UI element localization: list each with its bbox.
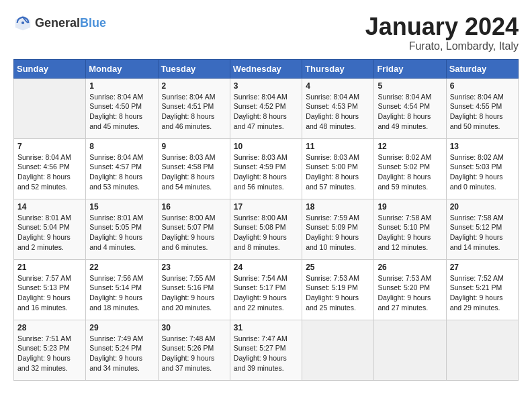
- day-number: 16: [162, 202, 226, 212]
- day-info: Sunrise: 8:04 AMSunset: 4:51 PMDaylight:…: [162, 92, 226, 132]
- day-info: Sunrise: 8:00 AMSunset: 5:07 PMDaylight:…: [162, 213, 226, 253]
- day-info: Sunrise: 8:04 AMSunset: 4:50 PMDaylight:…: [89, 92, 154, 132]
- logo: GeneralBlue: [13, 13, 106, 32]
- weekday-header-monday: Monday: [86, 59, 158, 78]
- day-number: 10: [234, 142, 298, 151]
- day-number: 1: [89, 81, 154, 91]
- calendar-cell: 22Sunrise: 7:56 AMSunset: 5:14 PMDayligh…: [86, 259, 158, 320]
- day-number: 12: [378, 142, 442, 151]
- day-info: Sunrise: 7:54 AMSunset: 5:17 PMDaylight:…: [234, 273, 298, 313]
- calendar-cell: 25Sunrise: 7:53 AMSunset: 5:19 PMDayligh…: [302, 259, 374, 320]
- day-number: 7: [17, 142, 82, 151]
- day-info: Sunrise: 8:01 AMSunset: 5:04 PMDaylight:…: [17, 213, 82, 253]
- weekday-header-row: SundayMondayTuesdayWednesdayThursdayFrid…: [14, 59, 519, 78]
- calendar-cell: 6Sunrise: 8:04 AMSunset: 4:55 PMDaylight…: [446, 78, 518, 138]
- calendar-cell: 16Sunrise: 8:00 AMSunset: 5:07 PMDayligh…: [158, 199, 230, 259]
- calendar-cell: 31Sunrise: 7:47 AMSunset: 5:27 PMDayligh…: [230, 320, 302, 380]
- day-number: 15: [89, 202, 154, 212]
- calendar-cell: 4Sunrise: 8:04 AMSunset: 4:53 PMDaylight…: [302, 78, 374, 138]
- calendar-cell: 10Sunrise: 8:03 AMSunset: 4:59 PMDayligh…: [230, 138, 302, 199]
- weekday-header-tuesday: Tuesday: [158, 59, 230, 78]
- day-number: 24: [234, 263, 298, 272]
- day-info: Sunrise: 8:04 AMSunset: 4:52 PMDaylight:…: [234, 92, 298, 132]
- calendar-cell: 15Sunrise: 8:01 AMSunset: 5:05 PMDayligh…: [86, 199, 158, 259]
- day-number: 5: [378, 81, 442, 91]
- calendar-cell: 17Sunrise: 8:00 AMSunset: 5:08 PMDayligh…: [230, 199, 302, 259]
- day-info: Sunrise: 7:53 AMSunset: 5:19 PMDaylight:…: [306, 273, 370, 313]
- day-info: Sunrise: 7:57 AMSunset: 5:13 PMDaylight:…: [17, 273, 82, 313]
- day-number: 14: [17, 202, 82, 212]
- day-info: Sunrise: 7:55 AMSunset: 5:16 PMDaylight:…: [162, 273, 226, 313]
- day-info: Sunrise: 7:53 AMSunset: 5:20 PMDaylight:…: [378, 273, 442, 313]
- day-info: Sunrise: 7:56 AMSunset: 5:14 PMDaylight:…: [89, 273, 154, 313]
- calendar-cell: 14Sunrise: 8:01 AMSunset: 5:04 PMDayligh…: [14, 199, 86, 259]
- calendar-cell: 27Sunrise: 7:52 AMSunset: 5:21 PMDayligh…: [446, 259, 518, 320]
- calendar-cell: 9Sunrise: 8:03 AMSunset: 4:58 PMDaylight…: [158, 138, 230, 199]
- calendar-cell: 30Sunrise: 7:48 AMSunset: 5:26 PMDayligh…: [158, 320, 230, 380]
- calendar-cell: 1Sunrise: 8:04 AMSunset: 4:50 PMDaylight…: [86, 78, 158, 138]
- svg-point-1: [21, 21, 24, 24]
- day-info: Sunrise: 7:47 AMSunset: 5:27 PMDaylight:…: [234, 334, 298, 373]
- day-info: Sunrise: 8:00 AMSunset: 5:08 PMDaylight:…: [234, 213, 298, 253]
- day-number: 20: [450, 202, 515, 212]
- location-title: Furato, Lombardy, Italy: [365, 40, 519, 52]
- day-info: Sunrise: 8:03 AMSunset: 5:00 PMDaylight:…: [306, 152, 370, 192]
- calendar-cell: 7Sunrise: 8:04 AMSunset: 4:56 PMDaylight…: [14, 138, 86, 199]
- weekday-header-wednesday: Wednesday: [230, 59, 302, 78]
- calendar-week-row: 28Sunrise: 7:51 AMSunset: 5:23 PMDayligh…: [14, 320, 519, 380]
- calendar-cell: 13Sunrise: 8:02 AMSunset: 5:03 PMDayligh…: [446, 138, 518, 199]
- day-info: Sunrise: 7:58 AMSunset: 5:12 PMDaylight:…: [450, 213, 515, 253]
- calendar-week-row: 1Sunrise: 8:04 AMSunset: 4:50 PMDaylight…: [14, 78, 519, 138]
- calendar-cell: [446, 320, 518, 380]
- calendar-cell: 28Sunrise: 7:51 AMSunset: 5:23 PMDayligh…: [14, 320, 86, 380]
- calendar-cell: 20Sunrise: 7:58 AMSunset: 5:12 PMDayligh…: [446, 199, 518, 259]
- day-info: Sunrise: 8:04 AMSunset: 4:55 PMDaylight:…: [450, 92, 515, 132]
- day-info: Sunrise: 8:04 AMSunset: 4:56 PMDaylight:…: [17, 152, 82, 192]
- calendar-cell: 26Sunrise: 7:53 AMSunset: 5:20 PMDayligh…: [374, 259, 446, 320]
- calendar-cell: 11Sunrise: 8:03 AMSunset: 5:00 PMDayligh…: [302, 138, 374, 199]
- calendar-week-row: 21Sunrise: 7:57 AMSunset: 5:13 PMDayligh…: [14, 259, 519, 320]
- day-info: Sunrise: 7:58 AMSunset: 5:10 PMDaylight:…: [378, 213, 442, 253]
- day-info: Sunrise: 7:51 AMSunset: 5:23 PMDaylight:…: [17, 334, 82, 373]
- calendar-cell: 5Sunrise: 8:04 AMSunset: 4:54 PMDaylight…: [374, 78, 446, 138]
- logo-text: GeneralBlue: [35, 16, 106, 30]
- calendar-table: SundayMondayTuesdayWednesdayThursdayFrid…: [13, 59, 519, 381]
- day-number: 22: [89, 263, 154, 272]
- day-number: 28: [17, 323, 82, 332]
- day-info: Sunrise: 8:03 AMSunset: 4:58 PMDaylight:…: [162, 152, 226, 192]
- calendar-cell: [302, 320, 374, 380]
- day-number: 31: [234, 323, 298, 332]
- title-block: January 2024 Furato, Lombardy, Italy: [365, 13, 519, 52]
- day-number: 27: [450, 263, 515, 272]
- logo-icon: [13, 13, 32, 32]
- calendar-week-row: 14Sunrise: 8:01 AMSunset: 5:04 PMDayligh…: [14, 199, 519, 259]
- day-number: 9: [162, 142, 226, 151]
- day-number: 3: [234, 81, 298, 91]
- day-number: 23: [162, 263, 226, 272]
- calendar-week-row: 7Sunrise: 8:04 AMSunset: 4:56 PMDaylight…: [14, 138, 519, 199]
- day-number: 4: [306, 81, 370, 91]
- calendar-cell: 8Sunrise: 8:04 AMSunset: 4:57 PMDaylight…: [86, 138, 158, 199]
- day-number: 18: [306, 202, 370, 212]
- day-info: Sunrise: 8:04 AMSunset: 4:57 PMDaylight:…: [89, 152, 154, 192]
- day-info: Sunrise: 8:02 AMSunset: 5:03 PMDaylight:…: [450, 152, 515, 192]
- day-info: Sunrise: 7:52 AMSunset: 5:21 PMDaylight:…: [450, 273, 515, 313]
- weekday-header-sunday: Sunday: [14, 59, 86, 78]
- day-info: Sunrise: 8:01 AMSunset: 5:05 PMDaylight:…: [89, 213, 154, 253]
- day-number: 8: [89, 142, 154, 151]
- day-info: Sunrise: 8:03 AMSunset: 4:59 PMDaylight:…: [234, 152, 298, 192]
- day-number: 21: [17, 263, 82, 272]
- day-info: Sunrise: 7:49 AMSunset: 5:24 PMDaylight:…: [89, 334, 154, 373]
- day-info: Sunrise: 7:59 AMSunset: 5:09 PMDaylight:…: [306, 213, 370, 253]
- weekday-header-saturday: Saturday: [446, 59, 518, 78]
- calendar-cell: 21Sunrise: 7:57 AMSunset: 5:13 PMDayligh…: [14, 259, 86, 320]
- day-number: 17: [234, 202, 298, 212]
- weekday-header-thursday: Thursday: [302, 59, 374, 78]
- calendar-cell: 19Sunrise: 7:58 AMSunset: 5:10 PMDayligh…: [374, 199, 446, 259]
- day-number: 2: [162, 81, 226, 91]
- calendar-cell: 24Sunrise: 7:54 AMSunset: 5:17 PMDayligh…: [230, 259, 302, 320]
- day-number: 26: [378, 263, 442, 272]
- day-number: 29: [89, 323, 154, 332]
- day-number: 13: [450, 142, 515, 151]
- day-number: 19: [378, 202, 442, 212]
